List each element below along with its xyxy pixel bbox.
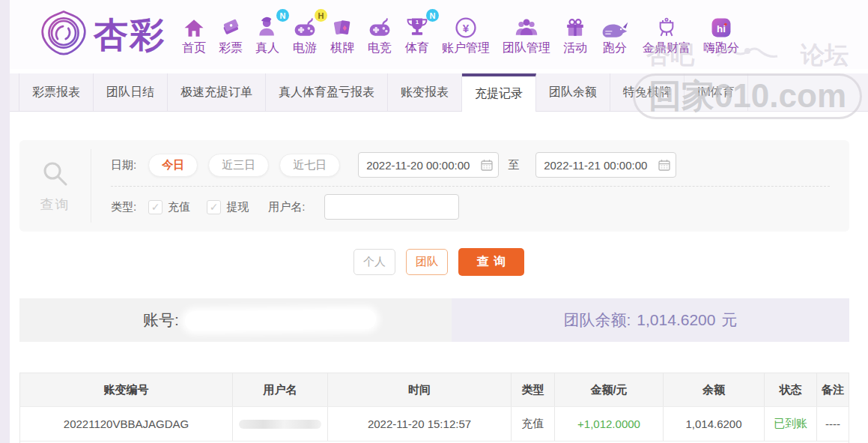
tab-im-sports[interactable]: IM体育 xyxy=(685,73,748,112)
gift-icon xyxy=(564,13,586,40)
personal-button[interactable]: 个人 xyxy=(353,249,395,275)
team-balance-label: 团队余额: xyxy=(564,310,631,331)
team-button[interactable]: 团队 xyxy=(406,249,448,275)
date-to-label: 至 xyxy=(508,158,519,172)
header-change-id: 账变编号 xyxy=(20,373,233,406)
username-label: 用户名: xyxy=(268,200,305,214)
header-amount: 金额/元 xyxy=(555,373,664,406)
withdraw-checkbox[interactable] xyxy=(207,200,221,214)
cell-type: 充值 xyxy=(512,407,555,441)
start-date-wrap xyxy=(358,152,499,178)
recharge-option: 充值 xyxy=(148,200,190,214)
search-button[interactable]: 查询 xyxy=(458,248,524,276)
account-band: 账号: 团队余额: 1,014.6200 元 xyxy=(19,298,849,342)
action-buttons: 个人 团队 查询 xyxy=(10,248,868,276)
calendar-icon[interactable] xyxy=(481,159,493,173)
trophy-icon: 1 N xyxy=(405,13,429,40)
new-badge: N xyxy=(426,9,439,22)
type-label: 类型: xyxy=(111,200,136,214)
nav-item-lottery[interactable]: 彩票 xyxy=(219,13,243,56)
account-name-redacted xyxy=(185,310,376,331)
logo-text: 杏彩 xyxy=(94,17,166,52)
header-remark: 备注 xyxy=(817,373,849,406)
query-label: 查询 xyxy=(40,196,70,214)
svg-text:1: 1 xyxy=(416,19,419,25)
svg-text:¥: ¥ xyxy=(463,22,470,34)
records-table: 账变编号 用户名 时间 类型 金额/元 余额 状态 备注 20221120VBB… xyxy=(19,373,849,443)
window-left-margin xyxy=(0,0,10,443)
query-block: 查询 xyxy=(19,149,91,223)
range-7days-button[interactable]: 近七日 xyxy=(279,154,340,177)
yuan-coin-icon: ¥ xyxy=(454,13,478,40)
tab-account-changes[interactable]: 账变报表 xyxy=(388,73,462,112)
tab-team-daily[interactable]: 团队日结 xyxy=(94,73,168,112)
rhino-icon xyxy=(600,13,630,40)
range-today-button[interactable]: 今日 xyxy=(148,154,198,177)
nav-item-sports[interactable]: 1 N 体育 xyxy=(405,13,429,56)
nav-item-account-management[interactable]: ¥ 账户管理 xyxy=(442,13,490,56)
site-logo[interactable]: 杏彩 xyxy=(40,9,166,60)
ticket-icon xyxy=(219,13,243,40)
cell-status: 已到账 xyxy=(765,407,817,441)
gamepad-icon xyxy=(367,13,392,40)
withdraw-label: 提现 xyxy=(226,200,249,214)
date-label: 日期: xyxy=(111,158,136,172)
team-balance-section: 团队余额: 1,014.6200 元 xyxy=(452,298,849,342)
cards-icon xyxy=(331,13,353,40)
cell-remark: ---- xyxy=(817,407,849,441)
cell-balance: 1,014.6200 xyxy=(664,407,765,441)
calendar-icon[interactable] xyxy=(658,159,670,173)
header-status: 状态 xyxy=(765,373,817,406)
person-icon: N xyxy=(255,13,279,40)
end-date-wrap xyxy=(535,152,676,178)
cell-username xyxy=(233,407,328,441)
end-date-input[interactable] xyxy=(535,152,676,178)
table-row: 20221120VBBAJAGDAG 2022-11-20 15:12:57 充… xyxy=(20,406,849,441)
search-icon xyxy=(40,159,70,192)
top-header: 杏彩 首页 彩票 xyxy=(10,0,868,69)
username-redacted xyxy=(239,420,321,429)
recharge-label: 充值 xyxy=(168,200,190,214)
team-balance-unit: 元 xyxy=(721,310,737,331)
hi-app-icon: hi xyxy=(709,13,733,40)
cell-amount: +1,012.0000 xyxy=(555,407,664,441)
svg-text:hi: hi xyxy=(717,23,726,34)
main-nav: 首页 彩票 xyxy=(182,13,739,56)
header-type: 类型 xyxy=(512,373,555,406)
tripod-icon xyxy=(655,13,678,40)
filter-fields: 日期: 今日 近三日 近七日 至 xyxy=(91,149,849,223)
nav-item-jinding-wealth[interactable]: 金鼎财富 xyxy=(643,13,691,56)
tab-fast-orders[interactable]: 极速充提订单 xyxy=(168,73,266,112)
header-username: 用户名 xyxy=(233,373,328,406)
cell-change-id: 20221120VBBAJAGDAG xyxy=(20,407,233,441)
logo-rose-icon xyxy=(40,9,88,60)
nav-item-egames[interactable]: H 电游 xyxy=(292,13,318,56)
nav-item-promotions[interactable]: 活动 xyxy=(563,13,587,56)
withdraw-option: 提现 xyxy=(207,200,249,214)
range-3days-button[interactable]: 近三日 xyxy=(208,154,269,177)
new-badge: N xyxy=(276,9,289,22)
date-filter-row: 日期: 今日 近三日 近七日 至 xyxy=(111,149,830,181)
nav-item-team-management[interactable]: 团队管理 xyxy=(503,13,550,56)
tab-live-sports-pl[interactable]: 真人体育盈亏报表 xyxy=(266,73,388,112)
hot-badge: H xyxy=(315,9,327,22)
username-input[interactable] xyxy=(324,194,459,220)
recharge-checkbox[interactable] xyxy=(148,200,163,214)
nav-item-hi-paofen[interactable]: hi 嗨跑分 xyxy=(703,13,739,56)
nav-item-cards[interactable]: 棋牌 xyxy=(330,13,354,56)
tab-deposit-withdraw-records[interactable]: 充提记录 xyxy=(462,73,536,112)
nav-item-esports[interactable]: 电竞 xyxy=(367,13,392,56)
table-header-row: 账变编号 用户名 时间 类型 金额/元 余额 状态 备注 xyxy=(20,373,849,406)
tab-team-balance[interactable]: 团队余额 xyxy=(536,73,610,112)
nav-item-paofen[interactable]: 跑分 xyxy=(600,13,630,56)
header-time: 时间 xyxy=(328,373,512,406)
tab-lottery-report[interactable]: 彩票报表 xyxy=(19,73,94,112)
start-date-input[interactable] xyxy=(358,152,499,178)
account-label: 账号: xyxy=(143,310,179,331)
nav-item-home[interactable]: 首页 xyxy=(182,13,206,56)
home-icon xyxy=(183,13,205,40)
tab-tetu-cards[interactable]: 特兔棋牌 xyxy=(610,73,685,112)
filter-panel: 查询 日期: 今日 近三日 近七日 xyxy=(19,140,849,232)
nav-item-live[interactable]: N 真人 xyxy=(255,13,279,56)
cell-time: 2022-11-20 15:12:57 xyxy=(328,407,512,441)
